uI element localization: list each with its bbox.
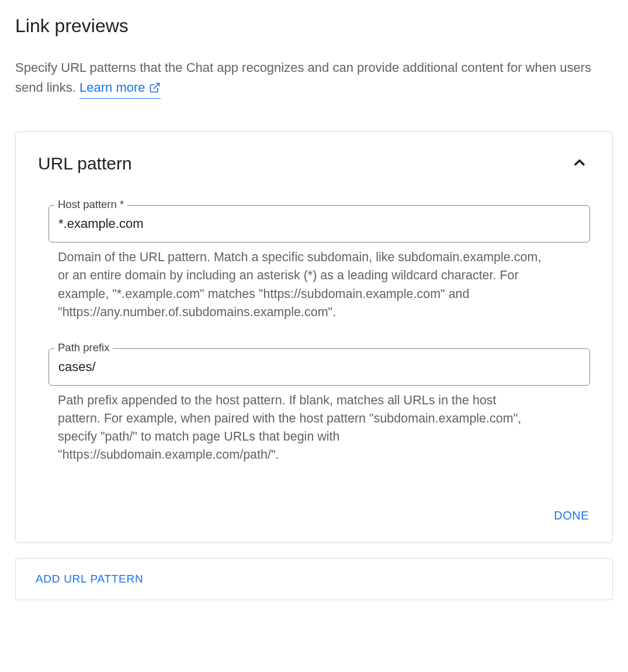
path-prefix-input[interactable] xyxy=(48,348,590,386)
learn-more-label: Learn more xyxy=(79,78,145,98)
add-url-pattern-button[interactable]: ADD URL PATTERN xyxy=(36,573,143,586)
host-pattern-label: Host pattern * xyxy=(54,198,127,211)
host-pattern-field-wrapper: Host pattern * xyxy=(48,205,590,243)
card-header: URL pattern xyxy=(38,152,590,175)
host-pattern-input[interactable] xyxy=(48,205,590,243)
path-prefix-label: Path prefix xyxy=(54,341,113,354)
host-pattern-help: Domain of the URL pattern. Match a speci… xyxy=(58,248,542,321)
url-pattern-card: URL pattern Host pattern * Domain of the… xyxy=(15,131,613,542)
page-description: Specify URL patterns that the Chat app r… xyxy=(15,58,613,99)
svg-line-0 xyxy=(154,84,159,89)
chevron-up-icon xyxy=(571,154,588,171)
card-actions: DONE xyxy=(38,505,590,526)
path-prefix-help: Path prefix appended to the host pattern… xyxy=(58,392,542,465)
page-title: Link previews xyxy=(15,15,613,37)
card-title: URL pattern xyxy=(38,154,132,174)
external-link-icon xyxy=(149,82,161,93)
collapse-button[interactable] xyxy=(569,152,590,175)
add-url-pattern-row: ADD URL PATTERN xyxy=(15,558,613,600)
done-button[interactable]: DONE xyxy=(553,505,590,526)
learn-more-link[interactable]: Learn more xyxy=(79,78,161,99)
path-prefix-field-wrapper: Path prefix xyxy=(48,348,590,386)
